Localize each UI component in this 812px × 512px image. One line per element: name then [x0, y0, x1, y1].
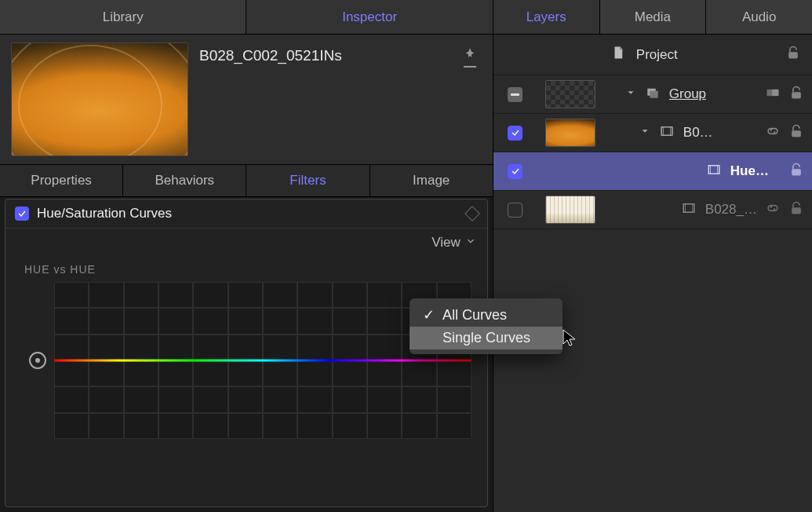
group-icon: [644, 86, 661, 103]
menu-item-label: All Curves: [442, 307, 507, 324]
tab-media[interactable]: Media: [600, 0, 707, 34]
menu-item-all-curves[interactable]: ✓ All Curves: [410, 303, 563, 327]
right-top-tab-bar: Layers Media Audio: [493, 0, 812, 35]
tab-inspector[interactable]: Inspector: [246, 0, 492, 34]
svg-rect-0: [788, 52, 798, 58]
svg-rect-7: [792, 130, 801, 137]
tab-layers[interactable]: Layers: [493, 0, 600, 34]
visibility-checkbox[interactable]: [508, 126, 523, 141]
document-icon: [611, 44, 625, 65]
menu-item-label: Single Curves: [442, 330, 530, 346]
layer-label: B0…: [683, 125, 713, 141]
view-dropdown[interactable]: View: [431, 235, 461, 251]
inspector-sub-tabs: Properties Behaviors Filters Image: [0, 164, 493, 197]
layer-list: Project Group: [493, 35, 812, 512]
layer-thumbnail: [545, 119, 595, 147]
svg-rect-2: [650, 91, 658, 98]
link-icon[interactable]: [765, 123, 781, 142]
filter-icon: [705, 163, 723, 180]
left-top-tab-bar: Library Inspector: [0, 0, 493, 35]
link-icon[interactable]: [765, 200, 781, 219]
project-row[interactable]: Project: [493, 35, 812, 75]
blend-icon[interactable]: [765, 85, 781, 104]
clip-title: B028_C002_0521INs: [199, 42, 447, 64]
lock-icon[interactable]: [788, 123, 804, 142]
pin-underline-icon: [464, 66, 476, 68]
curve-section-label: HUE vs HUE: [5, 254, 487, 282]
lock-icon[interactable]: [788, 162, 804, 181]
svg-rect-4: [772, 90, 778, 96]
hue-gradient-line: [54, 360, 472, 362]
layer-row-filter[interactable]: Hue…: [493, 152, 812, 191]
subtab-image[interactable]: Image: [370, 165, 493, 196]
layer-row-clip[interactable]: B028_…: [493, 191, 812, 229]
view-menu-popup[interactable]: ✓ All Curves Single Curves: [410, 298, 563, 354]
svg-rect-11: [792, 207, 801, 214]
filter-enable-checkbox[interactable]: [15, 207, 29, 221]
eyedropper-icon[interactable]: [29, 352, 46, 369]
visibility-checkbox[interactable]: [508, 203, 523, 218]
subtab-filters[interactable]: Filters: [246, 165, 370, 196]
lock-icon[interactable]: [785, 45, 801, 64]
tab-library[interactable]: Library: [0, 0, 246, 34]
mouse-cursor-icon: [562, 328, 577, 350]
keyframe-diamond-icon[interactable]: [464, 206, 480, 221]
lock-icon[interactable]: [788, 200, 804, 219]
visibility-checkbox[interactable]: [508, 164, 523, 179]
filmstrip-icon: [658, 124, 675, 141]
tab-audio[interactable]: Audio: [706, 0, 812, 34]
layer-thumbnail: [545, 80, 595, 108]
lock-icon[interactable]: [788, 85, 804, 104]
visibility-mixed-icon[interactable]: [508, 87, 523, 102]
filmstrip-icon: [680, 201, 697, 218]
clip-thumbnail: [11, 42, 188, 156]
subtab-properties[interactable]: Properties: [0, 165, 123, 196]
subtab-behaviors[interactable]: Behaviors: [123, 165, 246, 196]
layer-row-clip[interactable]: B0…: [493, 114, 812, 152]
svg-rect-9: [792, 169, 801, 175]
project-label: Project: [636, 47, 678, 63]
pin-icon[interactable]: [464, 47, 476, 63]
disclosure-triangle-icon[interactable]: [625, 87, 636, 101]
layer-label: B028_…: [705, 202, 757, 218]
layer-label: Hue…: [730, 163, 769, 179]
checkmark-icon: ✓: [422, 306, 435, 324]
clip-header: B028_C002_0521INs: [0, 35, 493, 164]
menu-item-single-curves[interactable]: Single Curves: [410, 327, 563, 349]
layer-thumbnail: [545, 196, 595, 224]
svg-rect-5: [792, 92, 801, 98]
layer-row-group[interactable]: Group: [493, 75, 812, 114]
layer-label: Group: [669, 86, 706, 102]
chevron-down-icon: [465, 236, 476, 250]
filter-name-label: Hue/Saturation Curves: [37, 206, 459, 221]
disclosure-triangle-icon[interactable]: [639, 126, 650, 140]
